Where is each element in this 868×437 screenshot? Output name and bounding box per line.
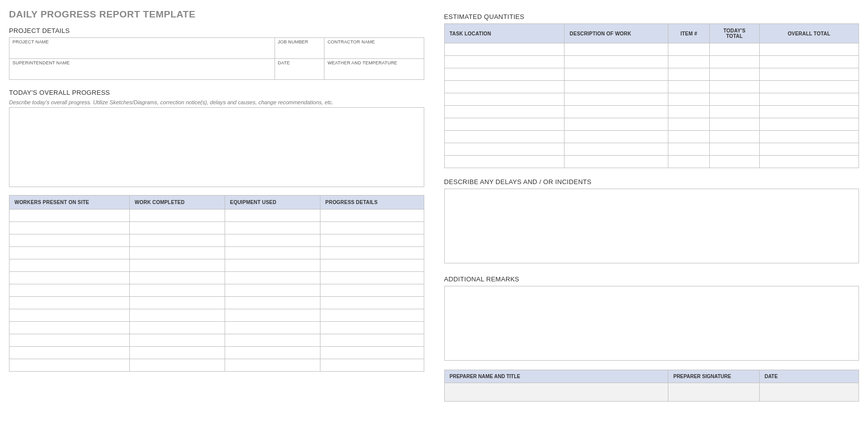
table-cell-input[interactable] (760, 106, 859, 118)
table-cell-input[interactable] (9, 247, 129, 259)
table-cell-input[interactable] (130, 234, 225, 246)
table-cell-input[interactable] (565, 106, 668, 118)
signoff-preparer-input[interactable] (445, 383, 668, 401)
table-cell-input[interactable] (668, 68, 709, 80)
table-cell-input[interactable] (225, 309, 320, 321)
table-cell-input[interactable] (710, 131, 759, 143)
table-cell-input[interactable] (445, 156, 565, 168)
table-cell-input[interactable] (9, 322, 129, 334)
table-cell-input[interactable] (320, 334, 424, 346)
table-cell-input[interactable] (320, 309, 424, 321)
signoff-date-input[interactable] (760, 383, 859, 401)
signoff-signature-input[interactable] (668, 383, 759, 401)
table-cell-input[interactable] (565, 43, 668, 55)
table-cell-input[interactable] (9, 334, 129, 346)
table-cell-input[interactable] (445, 56, 565, 68)
table-cell-input[interactable] (320, 284, 424, 296)
table-cell-input[interactable] (710, 56, 759, 68)
table-cell-input[interactable] (445, 81, 565, 93)
table-cell-input[interactable] (320, 272, 424, 284)
table-cell-input[interactable] (565, 68, 668, 80)
table-cell-input[interactable] (668, 56, 709, 68)
table-cell-input[interactable] (668, 131, 709, 143)
table-cell-input[interactable] (225, 322, 320, 334)
table-cell-input[interactable] (668, 106, 709, 118)
table-cell-input[interactable] (668, 156, 709, 168)
table-cell-input[interactable] (710, 118, 759, 130)
table-cell-input[interactable] (130, 272, 225, 284)
table-cell-input[interactable] (760, 143, 859, 155)
table-cell-input[interactable] (445, 118, 565, 130)
table-cell-input[interactable] (130, 210, 225, 221)
table-cell-input[interactable] (565, 93, 668, 105)
table-cell-input[interactable] (565, 56, 668, 68)
table-cell-input[interactable] (760, 68, 859, 80)
table-cell-input[interactable] (225, 234, 320, 246)
table-cell-input[interactable] (130, 284, 225, 296)
table-cell-input[interactable] (225, 222, 320, 234)
table-cell-input[interactable] (445, 43, 565, 55)
remarks-textarea[interactable] (444, 286, 860, 361)
table-cell-input[interactable] (320, 322, 424, 334)
table-cell-input[interactable] (565, 131, 668, 143)
table-cell-input[interactable] (668, 93, 709, 105)
table-cell-input[interactable] (225, 259, 320, 271)
table-cell-input[interactable] (565, 143, 668, 155)
table-cell-input[interactable] (320, 259, 424, 271)
superintendent-name-input[interactable] (9, 65, 275, 79)
table-cell-input[interactable] (710, 106, 759, 118)
table-cell-input[interactable] (9, 272, 129, 284)
table-cell-input[interactable] (130, 297, 225, 309)
table-cell-input[interactable] (668, 43, 709, 55)
table-cell-input[interactable] (710, 143, 759, 155)
table-cell-input[interactable] (320, 222, 424, 234)
date-input[interactable] (275, 65, 324, 79)
table-cell-input[interactable] (710, 93, 759, 105)
table-cell-input[interactable] (760, 118, 859, 130)
table-cell-input[interactable] (445, 106, 565, 118)
table-cell-input[interactable] (668, 81, 709, 93)
table-cell-input[interactable] (225, 272, 320, 284)
table-cell-input[interactable] (225, 359, 320, 371)
table-cell-input[interactable] (445, 93, 565, 105)
table-cell-input[interactable] (130, 309, 225, 321)
table-cell-input[interactable] (710, 156, 759, 168)
table-cell-input[interactable] (668, 143, 709, 155)
table-cell-input[interactable] (130, 334, 225, 346)
table-cell-input[interactable] (320, 234, 424, 246)
table-cell-input[interactable] (9, 359, 129, 371)
table-cell-input[interactable] (225, 297, 320, 309)
table-cell-input[interactable] (760, 56, 859, 68)
table-cell-input[interactable] (9, 347, 129, 359)
table-cell-input[interactable] (320, 247, 424, 259)
table-cell-input[interactable] (565, 156, 668, 168)
table-cell-input[interactable] (668, 118, 709, 130)
table-cell-input[interactable] (130, 347, 225, 359)
table-cell-input[interactable] (130, 322, 225, 334)
project-name-input[interactable] (9, 44, 275, 58)
table-cell-input[interactable] (320, 347, 424, 359)
table-cell-input[interactable] (445, 131, 565, 143)
table-cell-input[interactable] (9, 297, 129, 309)
table-cell-input[interactable] (9, 210, 129, 221)
table-cell-input[interactable] (225, 210, 320, 221)
table-cell-input[interactable] (130, 359, 225, 371)
table-cell-input[interactable] (760, 93, 859, 105)
table-cell-input[interactable] (9, 222, 129, 234)
table-cell-input[interactable] (9, 284, 129, 296)
table-cell-input[interactable] (760, 156, 859, 168)
table-cell-input[interactable] (9, 309, 129, 321)
table-cell-input[interactable] (445, 68, 565, 80)
weather-input[interactable] (324, 65, 423, 79)
job-number-input[interactable] (275, 44, 324, 58)
table-cell-input[interactable] (320, 297, 424, 309)
table-cell-input[interactable] (130, 259, 225, 271)
table-cell-input[interactable] (565, 118, 668, 130)
table-cell-input[interactable] (710, 68, 759, 80)
table-cell-input[interactable] (710, 43, 759, 55)
table-cell-input[interactable] (225, 347, 320, 359)
table-cell-input[interactable] (130, 222, 225, 234)
table-cell-input[interactable] (565, 81, 668, 93)
table-cell-input[interactable] (320, 210, 424, 221)
table-cell-input[interactable] (710, 81, 759, 93)
